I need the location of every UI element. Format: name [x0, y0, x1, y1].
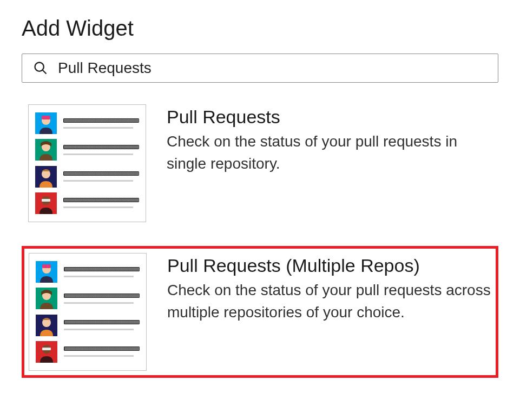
preview-row	[36, 261, 140, 283]
avatar-icon	[35, 192, 57, 214]
preview-row	[36, 341, 140, 363]
widget-preview	[29, 253, 147, 371]
preview-lines	[64, 320, 140, 330]
preview-lines	[63, 118, 139, 129]
widget-info: Pull Requests (Multiple Repos) Check on …	[167, 253, 491, 323]
widget-title: Pull Requests	[167, 106, 492, 128]
svg-rect-14	[42, 264, 51, 268]
avatar-icon	[35, 166, 57, 188]
widget-info: Pull Requests Check on the status of you…	[167, 104, 492, 175]
preview-row	[35, 192, 139, 214]
avatar-icon	[36, 315, 57, 336]
widget-title: Pull Requests (Multiple Repos)	[167, 255, 491, 276]
preview-row	[35, 112, 139, 134]
widget-description: Check on the status of your pull request…	[167, 131, 492, 175]
preview-lines	[64, 346, 140, 357]
preview-lines	[64, 267, 140, 277]
widget-preview	[28, 104, 146, 222]
preview-lines	[63, 198, 139, 208]
widget-description: Check on the status of your pull request…	[167, 279, 491, 323]
svg-rect-4	[42, 116, 50, 119]
preview-lines	[64, 294, 140, 304]
preview-row	[35, 166, 139, 188]
svg-rect-11	[42, 199, 50, 202]
preview-row	[36, 315, 140, 336]
avatar-icon	[35, 112, 57, 134]
search-icon	[33, 61, 48, 76]
widget-list: Pull Requests Check on the status of you…	[22, 98, 498, 378]
preview-row	[36, 288, 140, 309]
svg-point-0	[35, 63, 44, 71]
search-box[interactable]	[22, 54, 498, 83]
svg-rect-21	[42, 348, 51, 350]
avatar-icon	[36, 341, 57, 363]
widget-card-pull-requests-multiple[interactable]: Pull Requests (Multiple Repos) Check on …	[22, 246, 498, 378]
widget-card-pull-requests[interactable]: Pull Requests Check on the status of you…	[22, 98, 498, 229]
avatar-icon	[35, 139, 57, 161]
search-input[interactable]	[58, 59, 487, 77]
avatar-icon	[36, 261, 57, 283]
preview-lines	[63, 171, 139, 182]
preview-lines	[63, 145, 139, 155]
page-title: Add Widget	[22, 16, 498, 41]
svg-line-1	[43, 70, 47, 74]
avatar-icon	[36, 288, 57, 309]
preview-row	[35, 139, 139, 161]
